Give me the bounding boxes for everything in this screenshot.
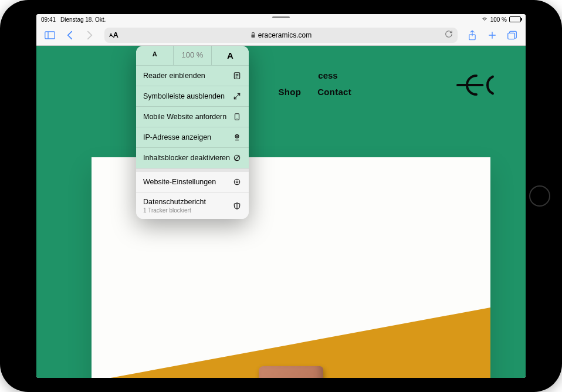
url-text: eraceramics.com [258, 31, 312, 39]
request-mobile-button[interactable]: Mobile Website anfordern [136, 107, 249, 127]
site-nav-row-1: cess [36, 70, 526, 80]
location-icon [232, 133, 242, 142]
privacy-report-button[interactable]: Datenschutzbericht 1 Tracker blockiert [136, 192, 249, 219]
clay-block-image [259, 366, 323, 378]
gear-icon [232, 177, 242, 187]
screen: 09:41 Dienstag 18. Okt. 100 % [36, 14, 526, 378]
svg-rect-2 [251, 35, 255, 38]
privacy-report-label: Datenschutzbericht [143, 198, 206, 206]
webpage-content: cess placeholder Shop Contact [36, 46, 526, 378]
hide-toolbar-label: Symbolleiste ausblenden [143, 92, 225, 100]
share-button[interactable] [463, 26, 481, 44]
tabs-button[interactable] [503, 26, 521, 44]
status-bar: 09:41 Dienstag 18. Okt. 100 % [36, 14, 526, 25]
svg-point-17 [236, 136, 238, 137]
ipad-device-frame: 09:41 Dienstag 18. Okt. 100 % [0, 0, 562, 392]
request-mobile-label: Mobile Website anfordern [143, 113, 226, 121]
disable-blocker-button[interactable]: Inhaltsblocker deaktivieren [136, 148, 249, 168]
site-logo[interactable] [455, 70, 502, 102]
disable-blocker-label: Inhaltsblocker deaktivieren [143, 154, 230, 162]
forward-button [81, 26, 99, 44]
battery-icon [509, 16, 521, 22]
nav-shop[interactable]: Shop [278, 87, 301, 97]
expand-icon [232, 92, 242, 101]
zoom-value: 100 % [174, 46, 211, 65]
wifi-icon [481, 16, 488, 23]
lock-icon [250, 32, 256, 38]
show-reader-button[interactable]: Reader einblenden [136, 66, 249, 86]
hide-toolbar-button[interactable]: Symbolleiste ausblenden [136, 86, 249, 107]
address-bar[interactable]: AA eraceramics.com [104, 28, 458, 43]
page-settings-button[interactable]: AA [109, 31, 119, 39]
website-settings-label: Website-Einstellungen [143, 178, 216, 186]
shield-icon [232, 201, 242, 211]
home-button[interactable] [529, 185, 550, 207]
mobile-icon [232, 112, 242, 121]
back-button[interactable] [61, 26, 79, 44]
website-settings-button[interactable]: Website-Einstellungen [136, 172, 249, 192]
new-tab-button[interactable] [483, 26, 501, 44]
sidebar-button[interactable] [41, 26, 59, 44]
zoom-in-button[interactable]: A [212, 46, 249, 65]
site-nav-row-2: placeholder Shop Contact [36, 87, 526, 97]
show-reader-label: Reader einblenden [143, 72, 205, 80]
page-settings-popover: A 100 % A Reader einblenden Symbolleiste… [136, 46, 249, 219]
browser-toolbar: AA eraceramics.com [36, 25, 526, 46]
webpage-background: cess placeholder Shop Contact [36, 46, 526, 378]
status-time: 09:41 [41, 16, 56, 23]
status-date: Dienstag 18. Okt. [60, 16, 106, 23]
drag-handle-icon [272, 16, 290, 18]
show-ip-button[interactable]: IP-Adresse anzeigen [136, 127, 249, 148]
nav-item-partial[interactable]: cess [318, 70, 337, 80]
svg-point-22 [236, 181, 238, 183]
reader-icon [232, 71, 242, 80]
svg-line-20 [235, 156, 239, 160]
privacy-report-subtext: 1 Tracker blockiert [143, 207, 206, 214]
nav-contact[interactable]: Contact [317, 87, 351, 97]
svg-line-13 [238, 93, 240, 96]
reload-button[interactable] [445, 30, 453, 40]
svg-line-12 [234, 97, 236, 99]
show-ip-label: IP-Adresse anzeigen [143, 133, 211, 141]
svg-rect-0 [45, 32, 55, 39]
zoom-out-button[interactable]: A [136, 46, 174, 65]
svg-rect-6 [508, 33, 515, 39]
svg-point-21 [234, 179, 239, 184]
blocker-off-icon [232, 153, 242, 163]
battery-text: 100 % [490, 16, 507, 23]
